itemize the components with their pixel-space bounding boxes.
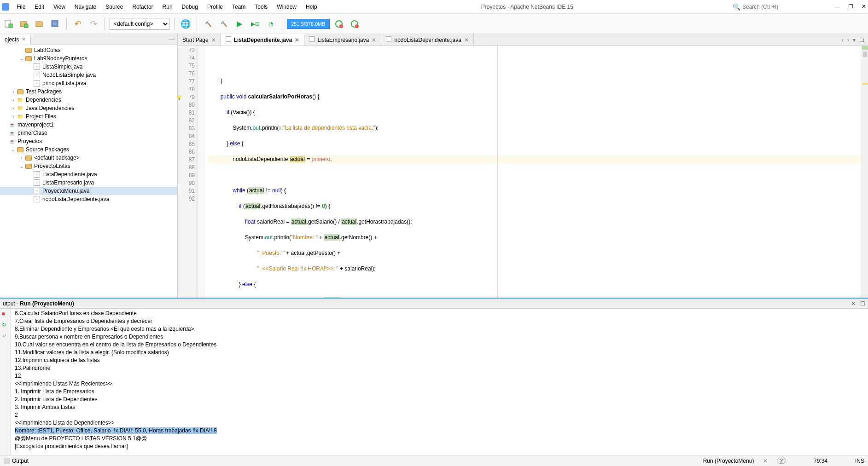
menu-navigate[interactable]: Navigate <box>70 2 101 12</box>
chevron-down-icon[interactable]: ⌄ <box>18 56 25 61</box>
open-project-button[interactable] <box>33 17 46 30</box>
hint-bulb-icon[interactable]: 💡 <box>178 94 182 102</box>
chevron-down-icon[interactable]: ⌄ <box>18 164 25 169</box>
tree-node-label: mavenproject1 <box>17 121 54 128</box>
tree-node[interactable]: ›Test Packages <box>0 87 177 96</box>
output-console[interactable]: 6.Calcular SalarioPorHoras en clase Depe… <box>11 309 868 455</box>
tab-list-icon[interactable]: ▾ <box>853 37 856 43</box>
new-file-button[interactable] <box>2 17 15 30</box>
menu-run[interactable]: Run <box>158 2 177 12</box>
tree-node[interactable]: ◦ListaSimple.java <box>0 63 177 71</box>
pause-button[interactable] <box>332 17 345 30</box>
menu-edit[interactable]: Edit <box>30 2 49 12</box>
menu-source[interactable]: Source <box>101 2 128 12</box>
menu-team[interactable]: Team <box>227 2 250 12</box>
redo-button[interactable]: ↷ <box>87 17 100 30</box>
statusbar: Output Run (ProyectoMenu) ✕ 2 79:34 INS <box>0 455 868 466</box>
tree-node[interactable]: mavenproject1 <box>0 121 177 129</box>
tree-node[interactable]: ◦ProyectoMenu.java <box>0 187 177 195</box>
output-tab-button[interactable]: Output <box>4 458 29 464</box>
close-icon[interactable]: ✕ <box>295 37 299 43</box>
chevron-down-icon[interactable]: ⌄ <box>10 147 17 152</box>
notifications-badge[interactable]: 2 <box>777 458 786 464</box>
code-editor[interactable]: } public void calcularSalarioPorHoras() … <box>204 46 862 298</box>
tree-node[interactable]: ›<default package> <box>0 154 177 162</box>
tree-node[interactable]: ›📁Dependencies <box>0 96 177 104</box>
build-button[interactable]: 🔨 <box>202 17 215 30</box>
menu-file[interactable]: File <box>12 2 30 12</box>
browser-icon[interactable]: 🌐 <box>179 17 192 30</box>
editor-tab[interactable]: ListaDependiente.java✕ <box>221 34 305 46</box>
memory-indicator[interactable]: 251.9/376.0MB <box>287 19 330 29</box>
fold-gutter[interactable] <box>198 46 204 298</box>
status-close-run[interactable]: ✕ <box>763 458 768 464</box>
chevron-right-icon[interactable]: › <box>10 89 17 94</box>
rerun-icon[interactable]: ↻ <box>2 322 9 329</box>
maximize-editor-icon[interactable]: ☐ <box>859 37 864 43</box>
save-all-button[interactable] <box>49 17 62 30</box>
editor-tab[interactable]: nodoListaDependiente.java✕ <box>381 34 473 46</box>
close-icon[interactable]: ✕ <box>22 36 26 42</box>
debug-button[interactable]: ▶⊟ <box>249 17 262 30</box>
chevron-right-icon[interactable]: › <box>10 106 17 111</box>
global-search[interactable]: 🔍 <box>733 3 825 11</box>
run-button[interactable]: ▶ <box>233 17 246 30</box>
tree-node[interactable]: ›📁Project Files <box>0 112 177 121</box>
close-button[interactable]: ✕ <box>862 3 866 10</box>
new-project-button[interactable] <box>17 17 30 30</box>
line-number: 85 <box>178 140 195 148</box>
clean-build-button[interactable]: 🔨 <box>217 17 230 30</box>
tree-node[interactable]: Proyectos <box>0 137 177 145</box>
svg-rect-1 <box>9 24 12 28</box>
close-icon[interactable]: ✕ <box>464 37 469 43</box>
project-tree[interactable]: Lab8Colas⌄Lab9NodosyPunteros◦ListaSimple… <box>0 45 177 298</box>
chevron-right-icon[interactable]: › <box>18 155 25 161</box>
tree-node[interactable]: ›📁Java Dependencies <box>0 104 177 112</box>
editor-tab[interactable]: ListaEmpresario.java✕ <box>304 34 381 46</box>
menu-tools[interactable]: Tools <box>250 2 272 12</box>
java-project-icon <box>8 121 16 128</box>
next-tab-icon[interactable]: › <box>847 37 849 43</box>
editor-tab[interactable]: Start Page✕ <box>178 34 221 46</box>
java-project-icon <box>8 138 16 145</box>
tree-node[interactable]: primerClase <box>0 129 177 137</box>
output-line: 2. Imprimir Lista de Dependientes <box>15 396 864 403</box>
tree-node[interactable]: Lab8Colas <box>0 46 177 54</box>
output-panel: utput - Run (ProyectoMenu) ✕ ☐ ■ ↻ ⤶ 6.C… <box>0 298 868 455</box>
tree-node[interactable]: ⌄Lab9NodosyPunteros <box>0 54 177 63</box>
menu-profile[interactable]: Profile <box>203 2 227 12</box>
menu-window[interactable]: Window <box>272 2 301 12</box>
menu-view[interactable]: View <box>49 2 70 12</box>
maximize-button[interactable]: ☐ <box>848 3 853 10</box>
editor-scrollbar[interactable] <box>862 46 868 298</box>
close-output-icon[interactable]: ✕ <box>851 300 856 307</box>
menu-debug[interactable]: Debug <box>177 2 203 12</box>
config-select[interactable]: <default config> <box>110 18 169 30</box>
maximize-output-icon[interactable]: ☐ <box>860 300 865 307</box>
tree-node[interactable]: ◦nodoListaDependiente.java <box>0 195 177 203</box>
close-icon[interactable]: ✕ <box>372 37 376 43</box>
scrollbar-thumb[interactable] <box>863 52 867 57</box>
stop-button[interactable] <box>348 17 361 30</box>
tree-node[interactable]: ◦ListaDependiente.java <box>0 170 177 178</box>
minimize-panel-icon[interactable]: — <box>169 36 175 43</box>
profile-button[interactable]: ◔ <box>264 17 277 30</box>
menu-refactor[interactable]: Refactor <box>128 2 157 12</box>
sidebar-tab-projects[interactable]: ojects ✕ <box>0 35 31 45</box>
tree-node[interactable]: ◦principalLista.java <box>0 79 177 87</box>
chevron-right-icon[interactable]: › <box>10 114 17 119</box>
tree-node[interactable]: ⌄Source Packages <box>0 145 177 154</box>
undo-button[interactable]: ↶ <box>71 17 84 30</box>
tree-node[interactable]: ⌄ProyectoListas <box>0 162 177 170</box>
prev-tab-icon[interactable]: ‹ <box>842 37 844 43</box>
search-input[interactable] <box>742 4 825 10</box>
chevron-right-icon[interactable]: › <box>10 98 17 103</box>
minimize-button[interactable]: — <box>834 3 840 10</box>
close-icon[interactable]: ✕ <box>211 37 216 43</box>
menu-help[interactable]: Help <box>301 2 322 12</box>
wrap-icon[interactable]: ⤶ <box>2 333 9 340</box>
tree-node[interactable]: ◦ListaEmpresario.java <box>0 178 177 187</box>
tree-node[interactable]: ◦NodoListaSimple.java <box>0 71 177 79</box>
code-area: 73747576777879💡8081828384858687888990919… <box>178 46 868 298</box>
stop-run-icon[interactable]: ■ <box>2 311 9 318</box>
